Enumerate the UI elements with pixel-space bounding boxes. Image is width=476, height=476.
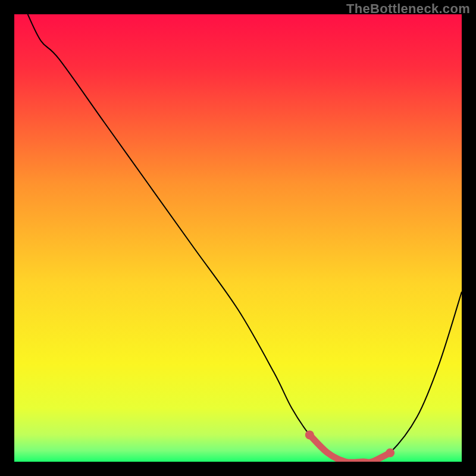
highlight-end-dot bbox=[386, 448, 394, 457]
outer-frame: TheBottleneck.com bbox=[0, 0, 476, 476]
highlight-start-dot bbox=[305, 430, 314, 439]
gradient-background bbox=[14, 14, 462, 462]
plot-area bbox=[14, 14, 462, 462]
chart-svg bbox=[14, 14, 462, 462]
